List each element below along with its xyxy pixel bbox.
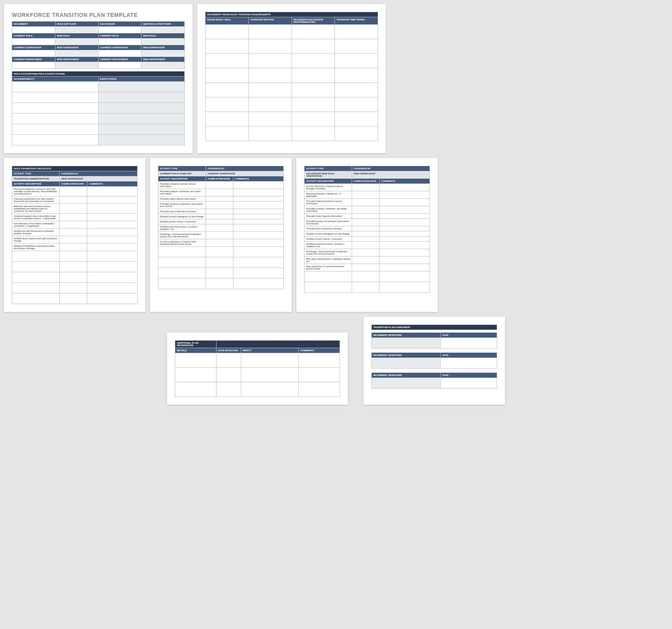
table-row: Provided projects, initiatives, and task… xyxy=(158,189,284,196)
table-row: Finalized support role of incumbent over… xyxy=(12,214,138,221)
table-row: Notified current clients / customers xyxy=(305,237,430,242)
page-3: ROLE TRANSITION CHECKLISTS ACTIVITY TYPE… xyxy=(4,158,145,312)
additional-info: ADDITIONAL PLAN INFORMATIONe.g. Alternat… xyxy=(175,340,340,397)
activity-desc: Provided relevant business issues inform… xyxy=(158,182,206,189)
table-row: Notified current clients / customers xyxy=(158,219,284,224)
activity-desc: Discussion between successor and new man… xyxy=(12,187,60,196)
table-row: New supervisor to conduct probation peri… xyxy=(305,264,430,271)
activity-desc: Provided lists of pertinent contacts xyxy=(158,209,206,214)
page-4: ACTIVITY TYPEOVERSEEN BY CURRENT ROLE HA… xyxy=(150,158,292,312)
table-row: Exit interview of incumbent scheduled / … xyxy=(12,221,138,229)
activity-desc: New team introductions / meetings carrie… xyxy=(305,257,352,264)
page-5: ACTIVITY TYPEOVERSEEN BY SUCCESSOR NEW R… xyxy=(296,158,438,312)
acct-table: ROLE ACCOUNTABILITIES & EXPECTATIONS ACC… xyxy=(12,71,185,145)
table-row: Provided direct reports information xyxy=(305,214,430,219)
table-row: Provided location of pertinent documents… xyxy=(305,219,430,226)
table-row: Notified direct reports and staff of pos… xyxy=(12,236,138,244)
knowledge-table: INCUMBENT KNOWLEDGE TRANSFER REQUIREMENT… xyxy=(205,12,378,141)
activity-desc: Notified direct reports and staff of pos… xyxy=(12,236,60,244)
activity-desc: Provided location of pertinent documents… xyxy=(305,219,352,226)
activity-desc: Exchange / reset processed of relevant s… xyxy=(158,232,206,239)
activity-desc: Notified external contacts / vendors / s… xyxy=(305,242,352,249)
activity-desc: Training requirements for new position d… xyxy=(12,196,60,204)
table-row: Notified current colleagues of role chan… xyxy=(158,214,284,219)
activity-desc: Notified Human Resources of pending posi… xyxy=(12,229,60,236)
table-row: Notified external contacts / vendors / s… xyxy=(158,224,284,232)
table-row: Provided direct reports information xyxy=(158,196,284,202)
table-row: Human Resource / Payroll systems changes… xyxy=(305,184,430,191)
page-2: INCUMBENT KNOWLEDGE TRANSFER REQUIREMENT… xyxy=(197,4,386,153)
table-row: Provided lists of pertinent contacts xyxy=(158,209,284,214)
checklist-2: ACTIVITY TYPEOVERSEEN BY CURRENT ROLE HA… xyxy=(158,166,284,289)
table-row: Notified Human Resources of pending posi… xyxy=(12,229,138,236)
table-row: Current supervisor to conduct final empl… xyxy=(158,239,284,247)
page-1: WORKFORCE TRANSITION PLAN TEMPLATE INCUM… xyxy=(4,4,193,153)
activity-desc: Notified IT/Facilities of pending locati… xyxy=(12,244,60,251)
table-row: Provided projects, initiatives, and task… xyxy=(305,206,430,214)
checklist-1: ROLE TRANSITION CHECKLISTS ACTIVITY TYPE… xyxy=(12,166,138,304)
activity-desc: Exit interview of incumbent scheduled / … xyxy=(12,221,60,229)
table-row: Training requirements for new position d… xyxy=(12,196,138,204)
table-row: Provided location of pertinent documents… xyxy=(158,202,284,209)
activity-desc: Notified external contacts / vendors / s… xyxy=(158,224,206,232)
table-row: Physical relocation carried out - if app… xyxy=(305,191,430,199)
activity-desc: Provided direct reports information xyxy=(305,214,352,219)
table-row: Provided relevant business issues inform… xyxy=(305,199,430,206)
activity-desc: Provided projects, initiatives, and task… xyxy=(158,189,206,196)
activity-desc: Exchange / reset processed of relevant s… xyxy=(305,249,352,257)
activity-desc: Notified current clients / customers xyxy=(158,219,206,224)
info-table: INCUMBENTROLE EXIT DATESUCCESSORNEW ROLE… xyxy=(12,21,185,69)
doc-title: WORKFORCE TRANSITION PLAN TEMPLATE xyxy=(12,12,185,18)
table-row: Notified external contacts / vendors / s… xyxy=(305,242,430,249)
page-6: ADDITIONAL PLAN INFORMATIONe.g. Alternat… xyxy=(167,332,348,405)
activity-desc: Effective date and probation period esta… xyxy=(12,204,60,214)
table-row: Notified IT/Facilities of pending locati… xyxy=(12,244,138,251)
table-row: Discussion between successor and new man… xyxy=(12,187,138,196)
activity-desc: Notified current colleagues of role chan… xyxy=(305,231,352,237)
activity-desc: Notified current clients / customers xyxy=(305,237,352,242)
activity-desc: Notified current colleagues of role chan… xyxy=(158,214,206,219)
activity-desc: New supervisor to conduct probation peri… xyxy=(305,264,352,271)
activity-desc: Current supervisor to conduct final empl… xyxy=(158,239,206,247)
agreement: TRANSITION PLAN AGREEMENT xyxy=(371,325,497,330)
table-row: Exchange / reset processed of relevant s… xyxy=(158,232,284,239)
table-row: Notified current colleagues of role chan… xyxy=(305,231,430,237)
activity-desc: Finalized support role of incumbent over… xyxy=(12,214,60,221)
table-row: Provided lists of pertinent contacts xyxy=(305,226,430,231)
activity-desc: Provided projects, initiatives, and task… xyxy=(305,206,352,214)
table-row: Effective date and probation period esta… xyxy=(12,204,138,214)
activity-desc: Provided location of pertinent documents… xyxy=(158,202,206,209)
table-row: Provided relevant business issues inform… xyxy=(158,182,284,189)
activity-desc: Provided relevant business issues inform… xyxy=(305,199,352,206)
activity-desc: Provided lists of pertinent contacts xyxy=(305,226,352,231)
checklist-3: ACTIVITY TYPEOVERSEEN BY SUCCESSOR NEW R… xyxy=(304,166,430,293)
activity-desc: Provided direct reports information xyxy=(158,196,206,202)
table-row: New team introductions / meetings carrie… xyxy=(305,257,430,264)
activity-desc: Physical relocation carried out - if app… xyxy=(305,191,352,199)
activity-desc: Human Resource / Payroll systems changes… xyxy=(305,184,352,191)
page-7: TRANSITION PLAN AGREEMENT INCUMBENT SIGN… xyxy=(364,317,505,405)
table-row: Exchange / reset processed of relevant s… xyxy=(305,249,430,257)
